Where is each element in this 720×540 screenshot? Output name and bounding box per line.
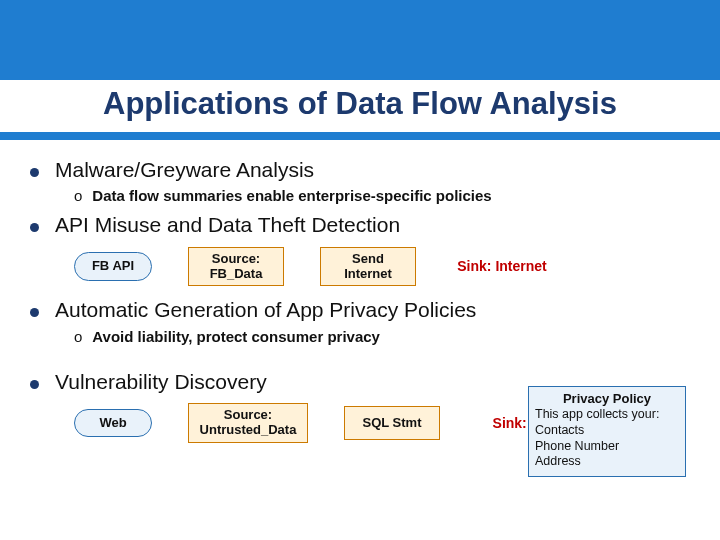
- sub-text: Avoid liability, protect consumer privac…: [92, 328, 380, 345]
- sub-item: o Avoid liability, protect consumer priv…: [74, 328, 690, 346]
- privacy-policy-line: Address: [535, 454, 679, 470]
- bullet-text: API Misuse and Data Theft Detection: [55, 211, 400, 238]
- flow-diagram: FB API Source: FB_Data Send Internet Sin…: [74, 247, 690, 287]
- privacy-policy-box: Privacy Policy This app collects your: C…: [528, 386, 686, 477]
- sub-bullet-mark: o: [74, 328, 82, 346]
- flow-node-action: Send Internet: [320, 247, 416, 287]
- bullet-item: API Misuse and Data Theft Detection: [30, 211, 690, 238]
- flow-node-sink: Sink: Internet: [452, 258, 552, 274]
- slide-content: Malware/Greyware Analysis o Data flow su…: [0, 150, 720, 453]
- bullet-text: Malware/Greyware Analysis: [55, 156, 314, 183]
- flow-node-source: Source: FB_Data: [188, 247, 284, 287]
- sub-text: Data flow summaries enable enterprise-sp…: [92, 187, 491, 204]
- privacy-policy-line: This app collects your:: [535, 407, 679, 423]
- sub-item: o Data flow summaries enable enterprise-…: [74, 187, 690, 205]
- bullet-text: Automatic Generation of App Privacy Poli…: [55, 296, 476, 323]
- bullet-item: Malware/Greyware Analysis: [30, 156, 690, 183]
- bullet-text: Vulnerability Discovery: [55, 368, 267, 395]
- slide-title: Applications of Data Flow Analysis: [0, 80, 720, 132]
- flow-node-source-label: FB API: [74, 252, 152, 281]
- flow-node-action: SQL Stmt: [344, 406, 440, 440]
- bullet-dot: [30, 380, 39, 389]
- bullet-item: Automatic Generation of App Privacy Poli…: [30, 296, 690, 323]
- bullet-dot: [30, 168, 39, 177]
- privacy-policy-line: Phone Number: [535, 439, 679, 455]
- privacy-policy-title: Privacy Policy: [535, 391, 679, 407]
- bullet-dot: [30, 223, 39, 232]
- flow-node-source-label: Web: [74, 409, 152, 438]
- flow-node-source: Source: Untrusted_Data: [188, 403, 308, 443]
- bullet-dot: [30, 308, 39, 317]
- privacy-policy-line: Contacts: [535, 423, 679, 439]
- sub-bullet-mark: o: [74, 187, 82, 205]
